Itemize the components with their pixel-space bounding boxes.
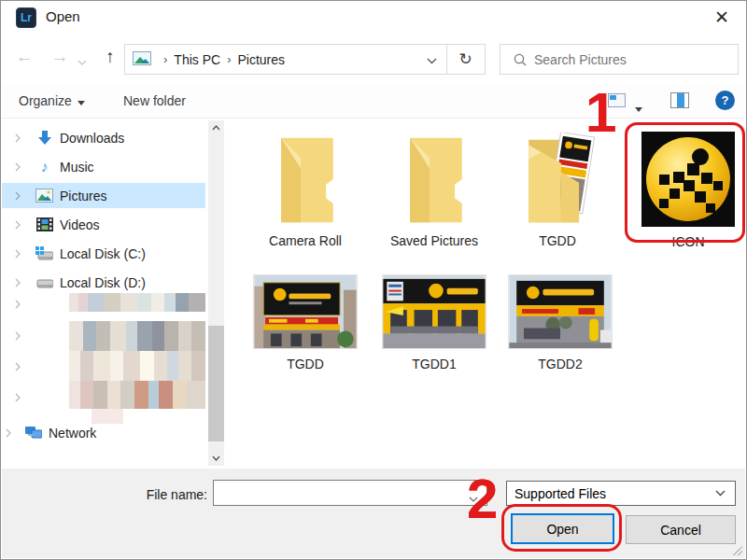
censored-item [69,321,205,351]
pictures-icon [35,188,53,204]
expand-chevron-icon[interactable] [15,160,21,175]
new-folder-button[interactable]: New folder [123,83,186,119]
file-camera-roll[interactable]: Camera Roll [247,133,363,248]
dialog-body: Downloads ♪ Music Pictures Videos [2,119,745,469]
file-tgdd2-photo[interactable]: TGDD2 [502,274,618,371]
title-bar: Lr Open ✕ [1,1,746,33]
views-caret-icon[interactable] [635,99,642,116]
storefront-photo [253,274,358,349]
filter-chevron-icon [715,490,726,497]
sidebar-scrollbar[interactable] [208,120,224,466]
storefront-photo [508,274,613,349]
file-tgdd-folder[interactable]: TGDD [500,133,615,248]
back-button[interactable]: ← [10,40,38,74]
open-dialog: Lr Open ✕ ← → ↑ › This PC › Pictures [0,0,747,560]
resize-grip[interactable] [733,546,742,555]
expand-chevron-icon[interactable] [15,275,21,290]
folder-icon [397,133,472,226]
sidebar-item-downloads[interactable]: Downloads [2,125,205,150]
censored-item [69,351,205,381]
refresh-button[interactable]: ↻ [446,44,486,75]
help-icon: ? [722,93,729,107]
file-name-label: File name: [133,487,207,502]
close-icon[interactable]: ✕ [709,5,735,29]
annotation-step-1: 1 [585,85,616,141]
command-toolbar: Organize New folder ? [2,83,745,119]
file-tgdd1-photo[interactable]: TGDD1 [376,274,492,371]
expand-chevron-icon[interactable] [15,296,21,313]
scroll-down-icon[interactable] [208,451,224,466]
downloads-icon [35,130,53,147]
expand-chevron-icon[interactable] [15,328,21,344]
expand-chevron-icon[interactable] [15,189,21,203]
window-title: Open [46,1,80,33]
scrollbar-thumb[interactable] [208,326,224,441]
organize-button[interactable]: Organize [19,83,85,119]
storefront-photo [382,274,486,349]
organize-caret-icon [78,93,85,108]
videos-icon [35,217,53,233]
sidebar-item-music[interactable]: ♪ Music [2,154,205,179]
expand-chevron-icon[interactable] [15,358,21,375]
cancel-button[interactable]: Cancel [626,515,736,544]
sidebar-item-local-disk-c[interactable]: Local Disk (C:) [2,241,205,266]
lightroom-app-icon: Lr [16,7,36,28]
sidebar-item-local-disk-d[interactable]: Local Disk (D:) [2,270,205,295]
forward-button[interactable]: → [46,40,74,74]
navigation-bar: ← → ↑ › This PC › Pictures ↻ [1,40,746,77]
address-bar[interactable]: › This PC › Pictures [124,44,447,75]
drive-icon [35,274,53,291]
pictures-location-icon [133,51,151,68]
sidebar-item-network[interactable]: Network [2,420,205,445]
network-icon [24,425,42,441]
censored-item [69,293,205,312]
expand-chevron-icon[interactable] [15,217,21,232]
search-box[interactable] [500,44,739,75]
file-tgdd-photo[interactable]: TGDD [247,274,363,371]
expand-chevron-icon[interactable] [6,426,11,441]
file-type-filter-dropdown[interactable]: Supported Files [506,481,736,506]
forward-icon: → [51,47,69,67]
address-dropdown-chevron-icon[interactable] [427,52,437,67]
drive-windows-icon [35,245,53,262]
preview-pane-icon [677,93,684,107]
file-name-input[interactable] [213,480,487,506]
expand-chevron-icon[interactable] [15,389,21,406]
preview-pane-button[interactable] [670,92,689,108]
file-icon-image[interactable]: ICON [630,132,746,249]
open-button[interactable]: Open [511,513,614,544]
back-icon: ← [16,47,34,67]
breadcrumb-pictures[interactable]: Pictures [237,52,285,67]
censored-item [69,381,205,409]
up-icon: ↑ [106,47,115,67]
expand-chevron-icon[interactable] [15,246,21,261]
search-input[interactable] [534,52,712,67]
folder-with-images-icon [518,133,597,226]
annotation-step-2: 2 [467,471,498,527]
tgdd-logo-icon [641,132,735,227]
search-icon [514,53,527,66]
help-button[interactable]: ? [715,91,735,110]
sidebar-item-videos[interactable]: Videos [2,212,205,237]
folder-icon [268,133,343,226]
breadcrumb-this-pc[interactable]: This PC [174,52,220,67]
music-icon: ♪ [35,159,53,175]
expand-chevron-icon[interactable] [15,131,21,146]
up-button[interactable]: ↑ [96,40,124,74]
file-saved-pictures[interactable]: Saved Pictures [376,133,492,248]
sidebar-item-pictures[interactable]: Pictures [2,183,205,208]
refresh-icon: ↻ [458,49,472,69]
recent-locations-chevron-icon[interactable] [78,53,87,70]
scroll-up-icon[interactable] [208,120,224,135]
dialog-footer: File name: Supported Files Open Cancel [2,469,745,558]
